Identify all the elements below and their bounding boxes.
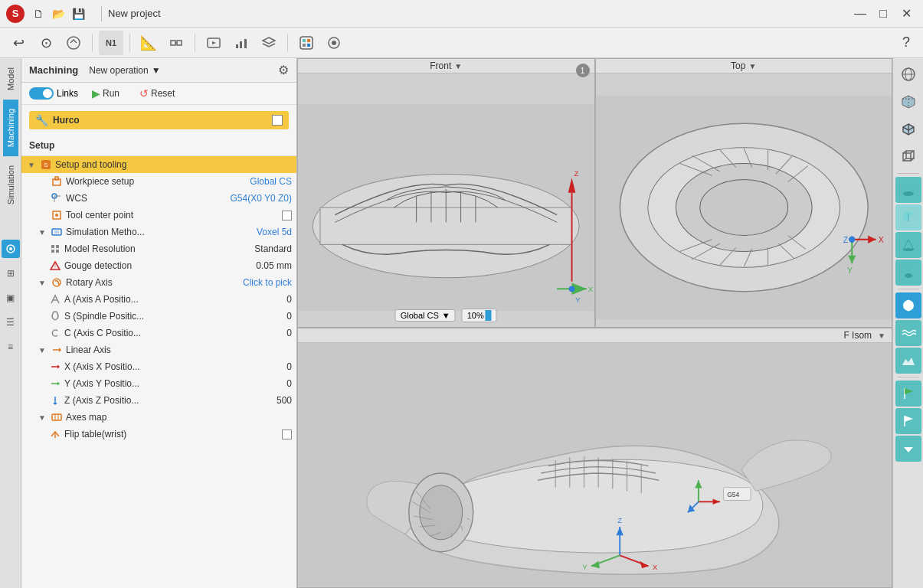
new-operation-button[interactable]: New operation ▼ <box>83 64 166 77</box>
snap-icon[interactable] <box>2 240 20 258</box>
viewport-front[interactable]: Front ▼ <box>297 58 595 328</box>
tree-wcs[interactable]: WCS G54(X0 Y0 Z0) <box>21 190 296 207</box>
waves-icon[interactable] <box>895 320 921 346</box>
toolbar-icon-simulate[interactable] <box>201 31 226 55</box>
tree-gouge-detection[interactable]: ! Gouge detection 0.05 mm <box>21 257 296 274</box>
hurco-icon: 🔧 <box>35 114 48 126</box>
toggle-track[interactable] <box>29 87 54 100</box>
tree-axis-y[interactable]: Y (Axis Y Positio... 0 <box>21 375 296 392</box>
minimize-button[interactable]: ― <box>849 3 871 24</box>
toolbar-icon-layers[interactable] <box>257 31 281 55</box>
axis-s-label: S (Spindle Positic... <box>64 311 280 322</box>
tree-linear-axis[interactable]: ▼ Linear Axis <box>21 341 296 358</box>
capsule-icon[interactable] <box>895 260 921 286</box>
tree-workpiece-setup[interactable]: Workpiece setup Global CS <box>21 173 296 190</box>
globe-icon[interactable] <box>895 61 921 87</box>
viewport-top[interactable]: Top ▼ <box>595 58 893 328</box>
model-res-icon <box>49 243 61 255</box>
box-icon[interactable]: ▣ <box>2 289 20 307</box>
play-icon: ▶ <box>92 87 100 100</box>
sphere-icon[interactable] <box>895 292 921 318</box>
tree-axis-c[interactable]: C (Axis C Positio... 0 <box>21 325 296 341</box>
cs-dropdown: ▼ <box>442 311 450 320</box>
toolbar-icon-measure[interactable]: 📐 <box>136 31 161 55</box>
tree-tool-center[interactable]: Tool center point <box>21 207 296 224</box>
help-button[interactable]: ? <box>895 32 917 54</box>
flag-green-icon[interactable] <box>895 381 921 407</box>
setup-section: Setup ▼ S Setup and tooling Workpiece se… <box>21 136 296 588</box>
tree-model-resolution[interactable]: Model Resolution Standard <box>21 240 296 257</box>
svg-marker-164 <box>904 447 913 452</box>
top-dropdown-icon[interactable]: ▼ <box>748 62 756 70</box>
wcs-icon <box>51 192 63 204</box>
tab-simulation[interactable]: Simulation <box>3 156 18 214</box>
settings-icon[interactable]: ⚙ <box>278 63 289 77</box>
hurco-checkbox[interactable] <box>272 115 283 126</box>
svg-text:X: X <box>653 564 658 571</box>
solid-cube-icon[interactable] <box>895 89 921 115</box>
tree-flip-table[interactable]: Flip table(wrist) <box>21 426 296 443</box>
viewport-isom[interactable]: F Isom ▼ <box>297 328 892 588</box>
toolbar-icon-group[interactable] <box>164 31 188 55</box>
toolbar-icon-machine[interactable] <box>322 31 346 55</box>
reset-button[interactable]: ↺ Reset <box>133 86 181 101</box>
wireframe-cube-icon[interactable] <box>895 144 921 170</box>
toolbar-icon-chart[interactable] <box>229 31 254 55</box>
tree-setup-and-tooling[interactable]: ▼ S Setup and tooling <box>21 156 296 173</box>
toolbar-icon-n1[interactable]: N1 <box>99 31 123 55</box>
terrain-icon[interactable] <box>895 348 921 374</box>
save-file-icon[interactable]: 💾 <box>70 6 86 21</box>
axis-x-icon <box>49 361 61 373</box>
front-dropdown-icon[interactable]: ▼ <box>454 62 462 70</box>
top-label: Top <box>731 60 745 71</box>
iso-cube-icon[interactable] <box>895 116 921 142</box>
toolbar-icon-shapes[interactable] <box>61 31 86 55</box>
toolbar-icon-undo[interactable]: ↩ <box>6 31 31 55</box>
tree-axis-z[interactable]: Z (Axis Z Positio... 500 <box>21 392 296 409</box>
tree-rotary-axis[interactable]: ▼ Rotary Axis Click to pick <box>21 274 296 291</box>
toolbar-icon-view[interactable]: ⊙ <box>34 31 58 55</box>
cylinder-full-icon[interactable] <box>895 177 921 203</box>
simulation-value: Voxel 5d <box>257 227 292 237</box>
tree-simulation-method[interactable]: ▼ Simulation Metho... Voxel 5d <box>21 224 296 240</box>
cylinder-half-icon[interactable] <box>895 204 921 230</box>
isom-dropdown-icon[interactable]: ▼ <box>878 332 885 340</box>
panel-sep-2 <box>898 289 919 289</box>
svg-text:Z: Z <box>843 236 848 244</box>
open-file-icon[interactable]: 📂 <box>51 6 66 21</box>
toolbar-icon-render[interactable] <box>294 31 319 55</box>
zoom-bar <box>486 310 492 321</box>
layers-icon[interactable]: ☰ <box>2 313 20 332</box>
maximize-button[interactable]: □ <box>872 3 894 24</box>
tree-axis-a[interactable]: A (Axis A Positio... 0 <box>21 291 296 308</box>
svg-rect-9 <box>300 37 313 49</box>
front-view-svg: Z X Y <box>298 74 594 328</box>
tree-axis-s[interactable]: S (Spindle Positic... 0 <box>21 308 296 325</box>
cone-icon[interactable] <box>895 232 921 258</box>
expand-icon: ▼ <box>26 159 37 170</box>
links-toggle[interactable]: Links <box>29 87 78 100</box>
new-file-icon[interactable]: 🗋 <box>31 6 46 21</box>
sim-expand: ▼ <box>37 227 47 237</box>
run-button[interactable]: ▶ Run <box>86 86 126 101</box>
svg-marker-8 <box>263 38 275 44</box>
cs-selector[interactable]: Global CS ▼ <box>395 309 456 322</box>
tool-center-checkbox[interactable] <box>282 211 292 220</box>
svg-rect-46 <box>52 414 61 420</box>
linear-expand: ▼ <box>37 345 47 355</box>
list-icon[interactable]: ≡ <box>2 338 20 356</box>
svg-text:Y: Y <box>847 266 853 275</box>
gouge-icon: ! <box>49 260 61 272</box>
svg-text:G54: G54 <box>727 491 739 498</box>
tab-model[interactable]: Model <box>3 58 18 100</box>
tree-axes-map[interactable]: ▼ Axes map <box>21 409 296 426</box>
flag-white-icon[interactable] <box>895 408 921 434</box>
tree-axis-x[interactable]: X (Axis X Positio... 0 <box>21 358 296 375</box>
svg-text:Z: Z <box>617 517 622 524</box>
hurco-item[interactable]: 🔧 Hurco <box>29 111 289 129</box>
arrow-down-icon[interactable] <box>895 436 921 462</box>
tab-machining[interactable]: Machining <box>3 100 18 156</box>
grid-icon[interactable]: ⊞ <box>2 264 20 283</box>
close-button[interactable]: ✕ <box>895 3 917 24</box>
flip-table-checkbox[interactable] <box>282 430 292 439</box>
